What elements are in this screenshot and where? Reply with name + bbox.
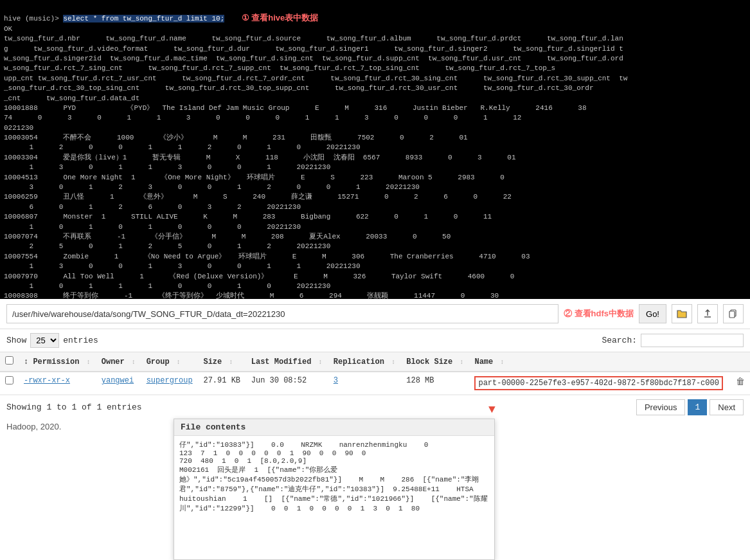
permission-sort[interactable]: ↕ — [87, 359, 91, 366]
col-name: Name ↕ — [469, 352, 730, 372]
search-area: Search: — [602, 334, 744, 347]
upload-icon-btn[interactable] — [697, 304, 718, 323]
file-table: ↕ Permission ↕ Owner ↕ Group ↕ Size ↕ — [0, 352, 750, 395]
col-actions — [731, 352, 750, 372]
terminal-command: select * from tw_song_ftur_d limit 10; — [63, 15, 224, 23]
page-1-button[interactable]: 1 — [688, 399, 707, 415]
show-label: Show — [6, 336, 26, 345]
col-permission: ↕ Permission ↕ — [19, 352, 96, 372]
show-entries: Show 25 entries — [6, 333, 98, 348]
col-block-size: Block Size ↕ — [401, 352, 469, 372]
name-cell: part-00000-225e7fe3-e957-402d-9872-5f80b… — [469, 372, 730, 395]
size-sort[interactable]: ↕ — [229, 359, 233, 366]
search-input[interactable] — [641, 334, 744, 347]
previous-button[interactable]: Previous — [636, 399, 686, 415]
row-checkbox-cell — [0, 372, 19, 395]
select-all-checkbox[interactable] — [5, 356, 13, 365]
replication-cell: 3 — [328, 372, 401, 395]
next-button[interactable]: Next — [710, 399, 744, 415]
last-modified-cell: Jun 30 08:52 — [246, 372, 328, 395]
table-footer: Showing 1 to 1 of 1 entries ▼ Previous 1… — [0, 395, 750, 419]
go-button[interactable]: Go! — [639, 304, 666, 323]
action-cell: 🗑 — [731, 372, 750, 395]
permission-link[interactable]: -rwxr-xr-x — [24, 376, 70, 385]
table-header-row: ↕ Permission ↕ Owner ↕ Group ↕ Size ↕ — [0, 352, 750, 372]
replication-link[interactable]: 3 — [334, 376, 338, 385]
select-all-header — [0, 352, 19, 372]
group-link[interactable]: supergroup — [147, 376, 193, 385]
terminal-section: hive (music)> select * from tw_song_ftur… — [0, 0, 750, 299]
showing-text: Showing 1 to 1 of 1 entries — [6, 402, 142, 412]
delete-button[interactable]: 🗑 — [736, 376, 745, 386]
path-input[interactable] — [6, 304, 558, 323]
annotation-2: ② 查看hdfs中数据 — [564, 308, 634, 320]
col-replication: Replication ↕ — [328, 352, 401, 372]
last-modified-sort[interactable]: ↕ — [319, 359, 323, 366]
file-contents-header: File contents — [174, 419, 494, 436]
pagination: Previous 1 Next — [636, 399, 744, 415]
file-contents-body[interactable]: 仔","id":"10383"}] 0.0 NRZMK nanrenzhenmi… — [174, 436, 494, 555]
block-size-sort[interactable]: ↕ — [460, 359, 463, 366]
annotation-1: ① 查看hive表中数据 — [242, 13, 319, 23]
show-select[interactable]: 25 — [30, 333, 59, 348]
col-owner: Owner ↕ — [96, 352, 141, 372]
row-checkbox[interactable] — [5, 376, 13, 384]
folder-icon-btn[interactable] — [672, 304, 692, 323]
search-label: Search: — [602, 336, 637, 345]
hdfs-browser: ② 查看hdfs中数据 Go! Show 25 entries — [0, 299, 750, 560]
path-bar: ② 查看hdfs中数据 Go! — [0, 299, 750, 329]
col-permission-sort-icon[interactable]: ↕ — [24, 357, 28, 366]
group-cell: supergroup — [141, 372, 199, 395]
owner-link[interactable]: yangwei — [102, 376, 134, 385]
svg-rect-1 — [729, 311, 735, 318]
owner-sort[interactable]: ↕ — [132, 359, 136, 366]
group-sort[interactable]: ↕ — [177, 359, 181, 366]
col-last-modified: Last Modified ↕ — [246, 352, 328, 372]
owner-cell: yangwei — [96, 372, 141, 395]
copy-icon-btn[interactable] — [723, 304, 744, 323]
file-name-link[interactable]: part-00000-225e7fe3-e957-402d-9872-5f80b… — [474, 376, 722, 390]
col-size: Size ↕ — [198, 352, 246, 372]
file-table-body: -rwxr-xr-x yangwei supergroup 27.91 KB J… — [0, 372, 750, 395]
entries-label: entries — [63, 336, 98, 345]
table-row: -rwxr-xr-x yangwei supergroup 27.91 KB J… — [0, 372, 750, 395]
col-group: Group ↕ — [141, 352, 199, 372]
size-cell: 27.91 KB — [198, 372, 246, 395]
name-sort[interactable]: ↕ — [500, 359, 504, 366]
red-arrow: ▼ — [488, 403, 496, 416]
terminal-prompt: hive (music)> — [4, 15, 63, 23]
file-contents-popup: File contents 仔","id":"10383"}] 0.0 NRZM… — [174, 419, 495, 560]
block-size-cell: 128 MB — [401, 372, 469, 395]
table-controls: Show 25 entries Search: — [0, 329, 750, 352]
replication-sort[interactable]: ↕ — [391, 359, 395, 366]
permission-cell: -rwxr-xr-x — [19, 372, 96, 395]
